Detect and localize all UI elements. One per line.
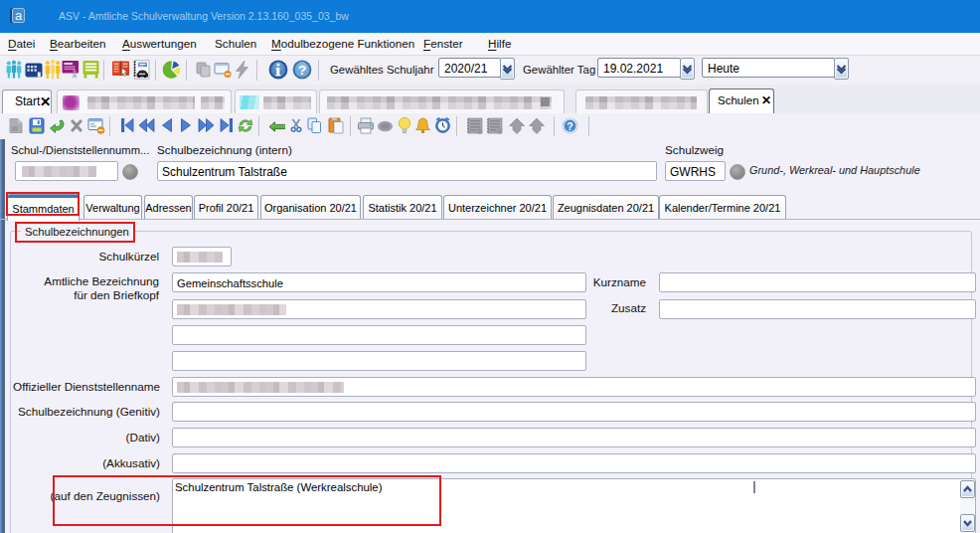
svg-text:?: ? bbox=[298, 63, 306, 78]
svg-text:a: a bbox=[15, 8, 23, 23]
svg-text:?: ? bbox=[567, 120, 572, 132]
